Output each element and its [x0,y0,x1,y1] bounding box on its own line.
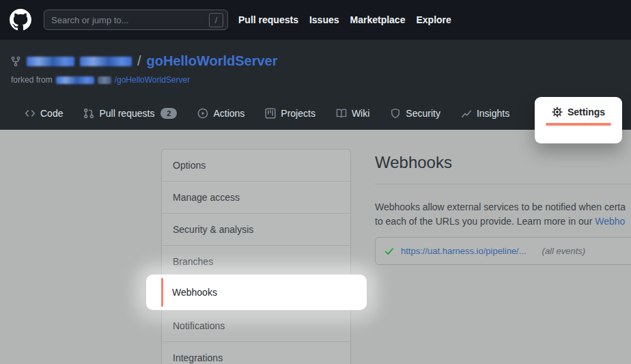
github-mark-icon [10,9,31,31]
tab-label: Security [406,108,440,119]
forked-from-label: forked from [11,75,53,85]
code-icon [25,108,36,119]
title-divider [375,184,631,184]
nav-link-pull-requests[interactable]: Pull requests [238,14,298,25]
webhook-row: https://uat.harness.io/pipeline/... (all… [375,237,631,265]
sidebar-item-notifications[interactable]: Notifications [162,309,350,341]
nav-link-issues[interactable]: Issues [309,14,339,25]
tab-actions[interactable]: Actions [197,108,244,119]
sidebar-item-options[interactable]: Options [162,150,350,181]
tab-pull-requests[interactable]: Pull requests 2 [83,108,177,119]
sidebar-item-webhooks-active[interactable]: Webhooks [172,287,217,298]
webhooks-description: Webhooks allow external services to be n… [375,200,631,229]
tab-label: Settings [567,107,605,117]
check-icon [384,246,395,257]
description-line-2: to each of the URLs you provide. Learn m… [375,216,595,227]
forked-repo-link[interactable]: /goHelloWorldServer [115,75,191,85]
tab-label: Insights [477,108,509,119]
webhooks-spotlight: Webhooks [146,275,367,310]
slash-shortcut-hint: / [209,13,223,27]
global-search-input[interactable] [44,10,228,30]
webhooks-page-title: Webhooks [375,153,452,172]
sidebar-item-branches[interactable]: Branches [162,245,350,277]
webhook-events-label: (all events) [542,246,586,256]
shield-icon [390,108,401,119]
repo-forked-icon [10,56,21,67]
forked-from-line: forked from /goHelloWorldServer [11,75,190,85]
settings-sidebar: Options Manage access Security & analysi… [161,149,351,364]
active-item-accent-bar [161,278,163,307]
sidebar-item-manage-access[interactable]: Manage access [162,181,350,213]
book-icon [336,108,347,119]
tab-wiki[interactable]: Wiki [336,108,369,119]
play-icon [197,108,208,119]
tab-insights[interactable]: Insights [461,108,509,119]
nav-link-marketplace[interactable]: Marketplace [350,14,406,25]
tab-settings[interactable]: Settings [552,107,605,117]
selected-tab-underline [546,123,611,126]
repo-name-link[interactable]: goHelloWorldServer [147,53,278,69]
top-nav: / Pull requests Issues Marketplace Explo… [0,0,631,40]
tab-code[interactable]: Code [25,108,63,119]
webhooks-guide-link[interactable]: Webho [595,216,625,227]
redacted-source-owner-block [56,76,94,84]
graph-icon [461,108,472,119]
tab-label: Code [40,108,63,119]
sidebar-item-security-analysis[interactable]: Security & analysis [162,213,350,245]
redacted-owner-block [80,57,132,66]
redacted-source-owner-block [98,76,111,84]
description-line-1: Webhooks allow external services to be n… [375,200,631,214]
tab-label: Pull requests [99,108,154,119]
project-board-icon [265,108,276,119]
top-nav-links: Pull requests Issues Marketplace Explore [238,0,451,40]
tab-label: Wiki [352,108,369,119]
settings-tab-spotlight: Settings [535,97,622,143]
webhook-url-link[interactable]: https://uat.harness.io/pipeline/... [401,246,527,256]
pull-requests-count-badge: 2 [160,108,177,119]
redacted-owner-block [27,57,74,66]
gear-icon [552,107,563,117]
sidebar-item-integrations[interactable]: Integrations [162,341,350,364]
github-logo-link[interactable] [10,9,31,31]
nav-link-explore[interactable]: Explore [416,14,451,25]
tab-security[interactable]: Security [390,108,440,119]
tab-label: Actions [213,108,244,119]
repo-title: / goHelloWorldServer [10,53,277,69]
git-pull-request-icon [83,108,94,119]
tab-label: Projects [281,108,316,119]
tab-projects[interactable]: Projects [265,108,316,119]
repo-separator: / [137,53,141,69]
